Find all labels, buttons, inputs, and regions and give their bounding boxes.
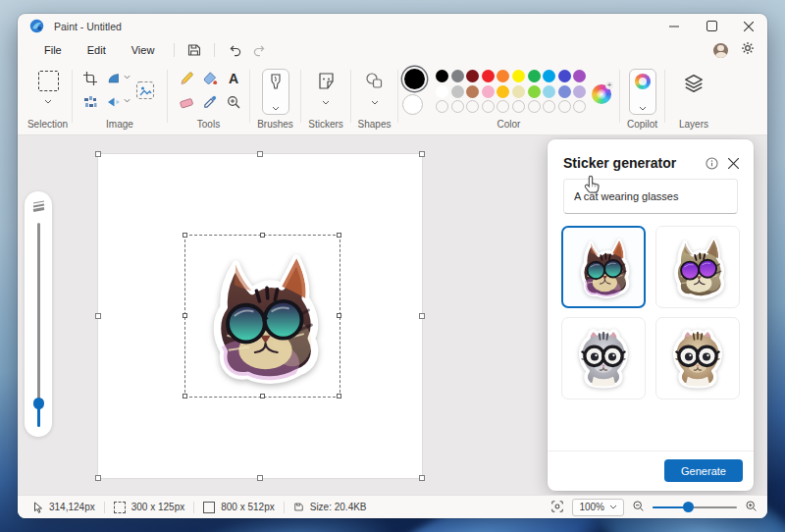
rotate-button[interactable] — [104, 69, 124, 88]
canvas-sticker-cat[interactable] — [188, 239, 337, 394]
brushes-button[interactable] — [262, 69, 289, 115]
layers-button[interactable] — [682, 72, 706, 95]
menu-file[interactable]: File — [31, 42, 75, 58]
flip-button[interactable] — [104, 92, 124, 112]
custom-color-slot[interactable] — [497, 100, 509, 113]
color-swatch[interactable] — [512, 70, 525, 82]
fill-button[interactable] — [200, 69, 220, 88]
color-swatch[interactable] — [436, 70, 448, 82]
resize-handle[interactable] — [337, 233, 341, 238]
color-swatch[interactable] — [528, 70, 541, 82]
eyedropper-button[interactable] — [200, 92, 220, 112]
resize-handle[interactable] — [95, 313, 101, 319]
selection-region[interactable] — [184, 235, 340, 398]
resize-handle[interactable] — [419, 151, 425, 157]
info-button[interactable] — [701, 152, 722, 174]
color-swatch[interactable] — [543, 85, 555, 98]
generate-button[interactable]: Generate — [664, 459, 743, 482]
color-swatch[interactable] — [497, 85, 509, 98]
crop-button[interactable] — [80, 69, 100, 88]
settings-button[interactable] — [740, 40, 756, 60]
resize-handle[interactable] — [257, 475, 263, 481]
zoom-level-dropdown[interactable]: 100% — [572, 499, 624, 516]
resize-handle[interactable] — [260, 394, 265, 399]
thickness-slider-track[interactable] — [37, 223, 40, 419]
magnifier-button[interactable] — [224, 92, 243, 112]
custom-color-slot[interactable] — [451, 100, 464, 113]
color-swatch[interactable] — [528, 85, 541, 98]
minimize-button[interactable] — [655, 14, 693, 38]
zoom-in-button[interactable] — [745, 500, 758, 514]
color-swatch[interactable] — [451, 70, 464, 82]
shapes-button[interactable] — [363, 70, 385, 91]
text-tool-button[interactable]: A — [224, 69, 243, 88]
sticker-thumbnail-4[interactable] — [655, 317, 740, 399]
menu-view[interactable]: View — [119, 42, 168, 58]
resize-handle[interactable] — [95, 151, 101, 157]
panel-close-button[interactable] — [722, 152, 744, 174]
resize-handle[interactable] — [183, 394, 187, 399]
resize-handle[interactable] — [419, 475, 425, 481]
color-swatch[interactable] — [482, 70, 495, 82]
resize-handle[interactable] — [419, 313, 425, 319]
pencil-button[interactable] — [177, 69, 196, 88]
resize-handle[interactable] — [337, 313, 341, 318]
color-swatch[interactable] — [497, 70, 509, 82]
canvas-pattern-button[interactable] — [80, 92, 100, 112]
color-swatch[interactable] — [558, 70, 571, 82]
secondary-color-swatch[interactable] — [402, 94, 423, 115]
zoom-out-button[interactable] — [632, 500, 645, 514]
color-swatch[interactable] — [482, 85, 495, 98]
zoom-slider-thumb[interactable] — [683, 502, 694, 512]
chevron-down-icon[interactable] — [124, 75, 131, 80]
zoom-slider[interactable] — [653, 502, 737, 513]
primary-color-swatch[interactable] — [404, 69, 425, 89]
color-swatch[interactable] — [436, 85, 448, 98]
account-avatar[interactable] — [713, 43, 728, 58]
color-swatch[interactable] — [573, 70, 586, 82]
copilot-button[interactable] — [629, 69, 656, 115]
chevron-down-icon[interactable] — [44, 99, 52, 104]
color-swatch[interactable] — [466, 70, 479, 82]
sticker-thumbnail-2[interactable] — [655, 226, 740, 308]
custom-color-slot[interactable] — [558, 100, 571, 113]
maximize-button[interactable] — [693, 14, 730, 38]
resize-handle[interactable] — [260, 233, 265, 238]
resize-handle[interactable] — [337, 394, 341, 399]
thickness-slider-thumb[interactable] — [33, 398, 45, 409]
eraser-button[interactable] — [177, 92, 196, 112]
undo-button[interactable] — [222, 40, 247, 60]
resize-handle[interactable] — [95, 475, 101, 481]
color-swatch[interactable] — [558, 85, 571, 98]
custom-color-slot[interactable] — [573, 100, 586, 113]
color-swatch[interactable] — [543, 70, 555, 82]
chevron-down-icon[interactable] — [371, 100, 379, 105]
eyedropper-icon — [202, 94, 218, 110]
redo-button[interactable] — [247, 40, 273, 60]
custom-color-slot[interactable] — [466, 100, 479, 113]
custom-color-slot[interactable] — [436, 100, 448, 113]
custom-color-slot[interactable] — [482, 100, 495, 113]
sticker-thumbnail-1[interactable] — [561, 226, 646, 308]
fit-to-screen-button[interactable] — [550, 500, 564, 515]
selection-tool-button[interactable] — [37, 70, 59, 91]
custom-color-slot[interactable] — [528, 100, 541, 113]
resize-handle[interactable] — [257, 151, 263, 157]
close-button[interactable] — [730, 14, 767, 38]
resize-image-button[interactable] — [133, 79, 157, 102]
color-swatch[interactable] — [466, 85, 479, 98]
save-button[interactable] — [182, 40, 207, 60]
color-swatch[interactable] — [573, 85, 586, 98]
drawing-canvas[interactable] — [98, 154, 422, 478]
chevron-down-icon[interactable] — [124, 98, 131, 103]
sticker-thumbnail-3[interactable] — [561, 317, 646, 399]
color-swatch[interactable] — [451, 85, 464, 98]
chevron-down-icon[interactable] — [322, 100, 330, 105]
color-swatch[interactable] — [512, 85, 525, 98]
custom-color-slot[interactable] — [512, 100, 525, 113]
resize-handle[interactable] — [183, 233, 187, 238]
stickers-button[interactable] — [315, 70, 337, 91]
resize-handle[interactable] — [183, 313, 187, 318]
custom-color-slot[interactable] — [543, 100, 555, 113]
menu-edit[interactable]: Edit — [75, 42, 119, 58]
